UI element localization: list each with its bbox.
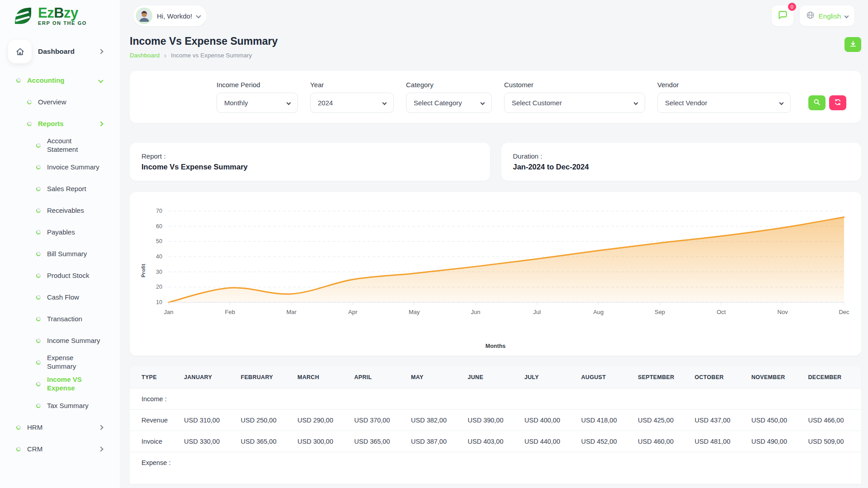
sidebar-item-overview[interactable]: Overview [0, 91, 120, 113]
breadcrumb-current: Income vs Expense Summary [171, 52, 252, 59]
brand-logo[interactable]: EzBzy ERP ON THE GO [0, 0, 120, 29]
sidebar-item-account-statement[interactable]: Account Statement [0, 135, 120, 156]
amount-cell: USD 425,00 [634, 410, 691, 431]
row-type-label: Invoice [130, 431, 180, 452]
svg-text:Mar: Mar [286, 309, 297, 315]
amount-cell: USD 365,00 [237, 431, 294, 452]
sidebar-item-income-summary[interactable]: Income Summary [0, 330, 120, 352]
chevron-right-icon [98, 121, 103, 126]
amount-cell: USD 481,00 [691, 431, 748, 452]
chevron-down-icon [382, 101, 387, 105]
brand-name: EzBzy ERP ON THE GO [38, 6, 87, 26]
report-value: Income Vs Expense Summary [142, 163, 478, 171]
table-header-cell: MAY [407, 366, 464, 389]
user-menu[interactable]: Hi, Workdo! [133, 5, 207, 26]
sidebar-item-label: Income Summary [47, 337, 100, 345]
donut-icon [36, 360, 41, 365]
selected-value: Select Customer [512, 99, 562, 107]
sidebar-item-expense-summary[interactable]: Expense Summary [0, 352, 120, 373]
amount-cell: USD 300,00 [294, 431, 351, 452]
donut-icon [36, 143, 41, 148]
sidebar-item-bill-summary[interactable]: Bill Summary [0, 243, 120, 265]
sidebar-item-hrm[interactable]: HRM [0, 417, 120, 438]
donut-icon [27, 121, 32, 127]
duration-card: Duration : Jan-2024 to Dec-2024 [501, 143, 862, 181]
sidebar-item-label: Accounting [27, 76, 65, 85]
amount-cell: USD 452,00 [578, 431, 635, 452]
amount-cell: USD 509,00 [805, 431, 862, 452]
amount-cell: USD 365,00 [351, 431, 408, 452]
amount-cell: USD 400,00 [521, 410, 578, 431]
avatar [136, 8, 152, 24]
breadcrumb: Dashboard › Income vs Expense Summary [130, 52, 278, 59]
table-header-cell: OCTOBER [691, 366, 748, 389]
globe-icon [806, 11, 815, 21]
amount-cell: USD 440,00 [521, 431, 578, 452]
amount-cell: USD 490,00 [748, 431, 805, 452]
sidebar-item-transaction[interactable]: Transaction [0, 308, 120, 330]
table-header-cell: DECEMBER [805, 366, 862, 389]
breadcrumb-separator: › [164, 52, 166, 59]
search-button[interactable] [808, 95, 826, 110]
sidebar-item-invoice-summary[interactable]: Invoice Summary [0, 156, 120, 178]
vendor-select[interactable]: Select Vendor [657, 93, 791, 113]
svg-text:Jan: Jan [164, 309, 174, 315]
customer-select[interactable]: Select Customer [504, 93, 645, 113]
sidebar-item-label: Account Statement [47, 137, 102, 154]
sidebar-item-receivables[interactable]: Receivables [0, 200, 120, 221]
breadcrumb-dashboard-link[interactable]: Dashboard [130, 52, 160, 59]
table-header-cell: TYPE [130, 366, 180, 389]
table-header-cell: JULY [521, 366, 578, 389]
amount-cell: USD 382,00 [407, 410, 464, 431]
chevron-down-icon [779, 101, 784, 105]
sidebar-item-income-vs-expense[interactable]: Income VS Expense [0, 373, 120, 395]
amount-cell: USD 387,00 [407, 431, 464, 452]
sidebar-item-sales-report[interactable]: Sales Report [0, 178, 120, 200]
messages-button[interactable]: 0 [772, 5, 793, 26]
svg-text:30: 30 [156, 269, 162, 275]
income-period-select[interactable]: Monthly [217, 93, 298, 113]
duration-label: Duration : [513, 152, 850, 160]
sidebar-item-label: Transaction [47, 315, 82, 324]
filter-actions [808, 95, 846, 113]
table-header-cell: AUGUST [578, 366, 635, 389]
sidebar-item-cash-flow[interactable]: Cash Flow [0, 286, 120, 308]
filter-label: Year [310, 81, 394, 89]
table-header-cell: MARCH [294, 366, 351, 389]
sidebar-item-label: Sales Report [47, 185, 86, 193]
refresh-button[interactable] [829, 95, 846, 110]
donut-icon [36, 338, 41, 343]
svg-text:50: 50 [156, 238, 162, 244]
sidebar-item-product-stock[interactable]: Product Stock [0, 265, 120, 286]
sidebar-item-dashboard[interactable]: Dashboard [0, 37, 120, 66]
sidebar-item-label: CRM [27, 445, 42, 454]
donut-icon [36, 403, 41, 408]
filter-label: Customer [504, 81, 645, 89]
amount-cell: USD 370,00 [351, 410, 408, 431]
sidebar-item-crm[interactable]: CRM [0, 438, 120, 460]
amount-cell: USD 403,00 [464, 431, 521, 452]
sidebar-item-accounting[interactable]: Accounting [0, 70, 120, 91]
amount-cell: USD 290,00 [294, 410, 351, 431]
filter-label: Category [406, 81, 492, 89]
amount-cell: USD 460,00 [634, 431, 691, 452]
table-header-cell: JUNE [464, 366, 521, 389]
svg-text:Sep: Sep [655, 309, 665, 315]
language-label: English [819, 12, 841, 20]
sidebar-item-tax-summary[interactable]: Tax Summary [0, 395, 120, 417]
sidebar-item-reports[interactable]: Reports [0, 113, 120, 135]
table-row-invoice: InvoiceUSD 330,00USD 365,00USD 300,00USD… [130, 431, 861, 452]
language-selector[interactable]: English [800, 5, 854, 26]
chart-svg: 70605040302010JanFebMarAprMayJunJulAugSe… [139, 202, 852, 338]
year-select[interactable]: 2024 [310, 93, 394, 113]
download-button[interactable] [844, 37, 861, 52]
chevron-down-icon [634, 101, 638, 105]
table-row-revenue: RevenueUSD 310,00USD 250,00USD 290,00USD… [130, 410, 861, 431]
sidebar-item-label: Reports [38, 120, 64, 128]
sidebar-item-payables[interactable]: Payables [0, 221, 120, 243]
category-select[interactable]: Select Category [406, 93, 492, 113]
donut-icon [36, 230, 41, 235]
amount-cell: USD 310,00 [180, 410, 237, 431]
amount-cell: USD 418,00 [578, 410, 635, 431]
selected-value: Select Category [414, 99, 462, 107]
